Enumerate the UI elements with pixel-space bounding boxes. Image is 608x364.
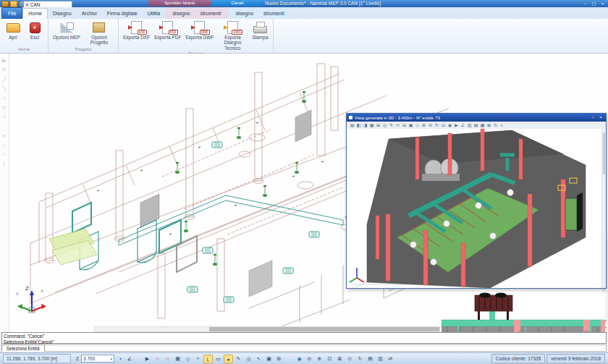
- sync-icon[interactable]: ⇄: [386, 355, 395, 363]
- pick-icon[interactable]: ↖: [254, 355, 263, 363]
- origin-icon[interactable]: +: [193, 355, 203, 363]
- camera-icon[interactable]: ◐: [499, 122, 505, 129]
- solid-view-icon[interactable]: ▣: [264, 355, 274, 363]
- stampa-button[interactable]: Stampa: [249, 20, 271, 40]
- copy-view-icon[interactable]: ▤: [366, 355, 375, 363]
- point-tool-icon[interactable]: ·: [0, 122, 9, 131]
- arc-tool-icon[interactable]: ◠: [0, 150, 9, 159]
- zoom-scale-icon[interactable]: ⊙: [345, 355, 355, 363]
- render-scroll-thumb[interactable]: [603, 132, 605, 174]
- select-arrow-icon[interactable]: ▶: [143, 355, 152, 363]
- zoom-in-icon[interactable]: ⊕: [421, 122, 427, 129]
- measure-icon[interactable]: ∠: [460, 122, 466, 129]
- snap-magnet-icon[interactable]: ∩: [153, 355, 162, 363]
- node-tool-icon[interactable]: ·: [0, 169, 9, 178]
- ribbon-tab-contextual[interactable]: strumenti: [258, 9, 290, 19]
- ribbon-tab[interactable]: Utilità: [143, 9, 166, 19]
- esci-button[interactable]: Esci: [24, 20, 46, 40]
- axis-tool-icon[interactable]: │: [0, 159, 9, 169]
- highlight-icon[interactable]: ●: [224, 355, 233, 363]
- esporta-disegno-tecnico-button[interactable]: DWG Esporta Disegno Tecnico: [216, 20, 249, 51]
- workplane-icon[interactable]: ◇: [414, 122, 421, 129]
- pointer-tool-icon[interactable]: ▶: [0, 56, 9, 65]
- ribbon-tab-contextual[interactable]: disegno: [231, 9, 259, 19]
- target-icon[interactable]: ◉: [447, 122, 453, 129]
- shaded-icon[interactable]: ◎: [381, 122, 388, 129]
- view-front-icon[interactable]: ◧: [355, 122, 362, 129]
- esporta-dxf-button[interactable]: DXF Esporta DXF: [121, 20, 152, 40]
- render-3d-viewport[interactable]: [347, 129, 606, 288]
- draw-icon[interactable]: ✎: [234, 355, 243, 363]
- workplane-icon[interactable]: ◇: [183, 355, 193, 363]
- play-icon[interactable]: ▶: [453, 122, 460, 129]
- horizontal-scroll-thumb[interactable]: [209, 327, 439, 331]
- z-level-input[interactable]: 3.700 ▾: [81, 355, 114, 363]
- zoom-out-icon[interactable]: ⊖: [305, 355, 314, 363]
- erase-tool-icon[interactable]: ×: [0, 131, 9, 140]
- layers-icon[interactable]: ▥: [376, 355, 385, 363]
- ribbon-tab[interactable]: Disegno: [48, 9, 77, 19]
- zoom-out-icon[interactable]: ⊖: [427, 122, 434, 129]
- render-mode-icon[interactable]: ◎: [244, 355, 253, 363]
- tab-file[interactable]: File: [1, 7, 22, 19]
- esporta-dwf-button[interactable]: DWF Esporta DWF: [183, 20, 216, 40]
- view-iso-icon[interactable]: ▦: [368, 122, 375, 129]
- close-button[interactable]: ×: [599, 0, 606, 7]
- chevron-down-icon[interactable]: ▾: [110, 357, 112, 361]
- selection-window-icon[interactable]: ▭: [214, 355, 223, 363]
- edit-icon[interactable]: ✎: [388, 122, 394, 129]
- compass-icon[interactable]: ◑: [117, 356, 124, 361]
- ribbon: Apri Esci Home Opzioni MEP: [0, 19, 608, 54]
- render-close-button[interactable]: ×: [598, 114, 604, 122]
- regen-icon[interactable]: ↻: [355, 355, 365, 363]
- polyline-tool-icon[interactable]: ╲: [0, 84, 9, 93]
- visibility-icon[interactable]: ◉: [295, 355, 304, 363]
- maximize-button[interactable]: ▢: [591, 0, 597, 7]
- command-prompt-tab[interactable]: Seleziona Entità: [1, 344, 45, 352]
- monitor-icon[interactable]: ⊞: [274, 355, 284, 363]
- layers-icon[interactable]: ▥: [466, 122, 473, 129]
- center-snap-tool-icon[interactable]: ⊙: [0, 103, 9, 112]
- canvas-horizontal-scrollbar[interactable]: [94, 326, 440, 332]
- opzioni-mep-button[interactable]: Opzioni MEP: [51, 20, 83, 40]
- copy-view-icon[interactable]: ▤: [473, 122, 479, 129]
- view-side-icon[interactable]: ◨: [362, 122, 368, 129]
- ortho-icon[interactable]: L: [203, 355, 213, 363]
- zoom-window-icon[interactable]: ⊡: [440, 122, 447, 129]
- orbit-icon[interactable]: ↻: [434, 122, 440, 129]
- ribbon-tab-contextual[interactable]: strumenti: [195, 9, 227, 19]
- section-icon[interactable]: ▭: [394, 122, 401, 129]
- command-input[interactable]: [45, 344, 607, 352]
- open-file-icon[interactable]: [10, 1, 17, 7]
- line-tool-icon[interactable]: ╱: [0, 75, 9, 84]
- ribbon-tab[interactable]: Home: [22, 8, 48, 19]
- cross-tool-icon[interactable]: +: [0, 112, 9, 122]
- opzioni-progetto-button[interactable]: Opzioni Progetto: [83, 20, 116, 46]
- extents-icon[interactable]: ⊠: [486, 122, 492, 129]
- angle-icon[interactable]: ∠: [126, 356, 133, 362]
- solid-icon[interactable]: ▣: [408, 122, 414, 129]
- esporta-pdf-button[interactable]: PDF Esporta PDF: [152, 20, 183, 40]
- grid-icon[interactable]: ▦: [173, 355, 182, 363]
- ribbon-tab[interactable]: Archivi: [77, 9, 102, 19]
- grid-icon[interactable]: ▦: [479, 122, 486, 129]
- render-3d-window[interactable]: Vista generata in 3D - 3.400m - N° entit…: [346, 113, 607, 289]
- ribbon-tab-contextual[interactable]: disegno: [167, 9, 195, 19]
- app-icon[interactable]: [1, 1, 9, 7]
- zoom-window-icon[interactable]: ⊡: [325, 355, 334, 363]
- snap-magnet-alt-icon[interactable]: ∩: [163, 355, 172, 363]
- minimize-button[interactable]: –: [582, 0, 588, 7]
- ribbon-tab[interactable]: Firma digitale: [102, 9, 143, 19]
- render-window-scrollbar[interactable]: [601, 129, 606, 288]
- refresh-icon[interactable]: ↻: [492, 122, 499, 129]
- ellipse-tool-icon[interactable]: ○: [0, 140, 9, 150]
- view-top-icon[interactable]: ▤: [349, 122, 355, 129]
- circle-tool-icon[interactable]: ○: [0, 93, 9, 103]
- zoom-in-icon[interactable]: ⊕: [315, 355, 324, 363]
- wireframe-icon[interactable]: ⊞: [375, 122, 381, 129]
- render-minimize-button[interactable]: –: [590, 114, 596, 122]
- zoom-extents-icon[interactable]: ⊠: [335, 355, 345, 363]
- hide-icon[interactable]: ⊟: [401, 122, 408, 129]
- pen-tool-icon[interactable]: ✎: [0, 65, 9, 75]
- apri-button[interactable]: Apri: [2, 20, 24, 40]
